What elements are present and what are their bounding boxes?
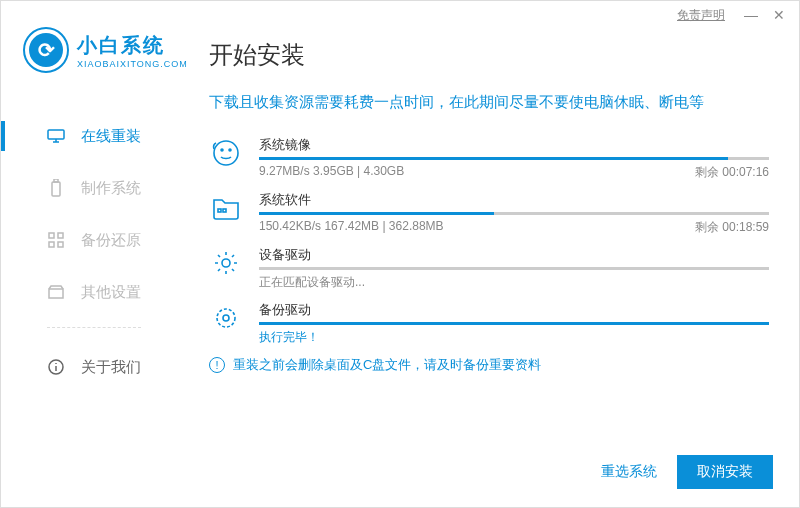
nav-label: 制作系统 (81, 179, 141, 198)
warning-text: 重装之前会删除桌面及C盘文件，请及时备份重要资料 (233, 356, 541, 374)
svg-point-16 (223, 315, 229, 321)
brand-name: 小白系统 (77, 32, 188, 59)
brand-header: ⟳ 小白系统 XIAOBAIXITONG.COM (23, 27, 188, 73)
gear-icon (209, 301, 243, 335)
cancel-install-button[interactable]: 取消安装 (677, 455, 773, 489)
task-system-image: 系统镜像 9.27MB/s 3.95GB | 4.30GB 剩余 00:07:1… (209, 136, 769, 181)
info-icon (47, 358, 65, 376)
warning-row: ! 重装之前会删除桌面及C盘文件，请及时备份重要资料 (209, 356, 769, 374)
titlebar: 免责声明 — ✕ (677, 1, 799, 29)
svg-rect-6 (58, 242, 63, 247)
nav-about[interactable]: 关于我们 (1, 342, 181, 392)
logo-icon: ⟳ (23, 27, 69, 73)
main-content: 下载且收集资源需要耗费一点时间，在此期间尽量不要使电脑休眠、断电等 系统镜像 9… (209, 93, 769, 447)
svg-rect-1 (52, 182, 60, 196)
task-title: 系统镜像 (259, 136, 769, 154)
reselect-system-link[interactable]: 重选系统 (601, 463, 657, 481)
box-icon (47, 283, 65, 301)
brand-url: XIAOBAIXITONG.COM (77, 59, 188, 69)
nav-label: 其他设置 (81, 283, 141, 302)
folder-icon (209, 191, 243, 225)
progress-bar (259, 322, 769, 325)
task-system-software: 系统软件 150.42KB/s 167.42MB | 362.88MB 剩余 0… (209, 191, 769, 236)
task-title: 备份驱动 (259, 301, 769, 319)
nav-make-system[interactable]: 制作系统 (1, 163, 181, 213)
disclaimer-link[interactable]: 免责声明 (677, 7, 725, 24)
task-detail: 150.42KB/s 167.42MB | 362.88MB (259, 219, 444, 236)
svg-point-15 (217, 309, 235, 327)
svg-rect-12 (218, 209, 221, 212)
svg-rect-13 (223, 209, 226, 212)
nav-backup-restore[interactable]: 备份还原 (1, 215, 181, 265)
usb-icon (47, 179, 65, 197)
nav-label: 备份还原 (81, 231, 141, 250)
app-window: 免责声明 — ✕ ⟳ 小白系统 XIAOBAIXITONG.COM 开始安装 在… (0, 0, 800, 508)
nav-other-settings[interactable]: 其他设置 (1, 267, 181, 317)
task-device-drivers: 设备驱动 正在匹配设备驱动... (209, 246, 769, 291)
nav-label: 关于我们 (81, 358, 141, 377)
svg-rect-5 (49, 242, 54, 247)
task-detail: 执行完毕！ (259, 329, 319, 346)
face-icon (209, 136, 243, 170)
close-button[interactable]: ✕ (765, 7, 793, 23)
task-title: 系统软件 (259, 191, 769, 209)
warn-icon: ! (209, 357, 225, 373)
footer: 重选系统 取消安装 (601, 455, 773, 489)
task-detail: 9.27MB/s 3.95GB | 4.30GB (259, 164, 404, 181)
svg-rect-0 (48, 130, 64, 139)
monitor-icon (47, 127, 65, 145)
task-backup-drivers: 备份驱动 执行完毕！ (209, 301, 769, 346)
svg-rect-2 (54, 179, 58, 182)
sidebar: 在线重装 制作系统 备份还原 其他设置 关于我们 (1, 111, 181, 394)
gear-icon (209, 246, 243, 280)
install-hint: 下载且收集资源需要耗费一点时间，在此期间尽量不要使电脑休眠、断电等 (209, 93, 769, 112)
svg-point-14 (222, 259, 230, 267)
grid-icon (47, 231, 65, 249)
progress-bar (259, 212, 769, 215)
minimize-button[interactable]: — (737, 7, 765, 23)
task-title: 设备驱动 (259, 246, 769, 264)
page-title: 开始安装 (209, 39, 305, 71)
svg-point-11 (229, 149, 231, 151)
svg-point-9 (214, 141, 238, 165)
task-eta: 剩余 00:07:16 (695, 164, 769, 181)
svg-rect-3 (49, 233, 54, 238)
nav-online-reinstall[interactable]: 在线重装 (1, 111, 181, 161)
nav-label: 在线重装 (81, 127, 141, 146)
task-detail: 正在匹配设备驱动... (259, 274, 365, 291)
nav-divider (47, 327, 141, 328)
svg-rect-4 (58, 233, 63, 238)
progress-bar (259, 157, 769, 160)
task-eta: 剩余 00:18:59 (695, 219, 769, 236)
svg-rect-7 (49, 289, 63, 298)
svg-point-10 (221, 149, 223, 151)
progress-bar (259, 267, 769, 270)
